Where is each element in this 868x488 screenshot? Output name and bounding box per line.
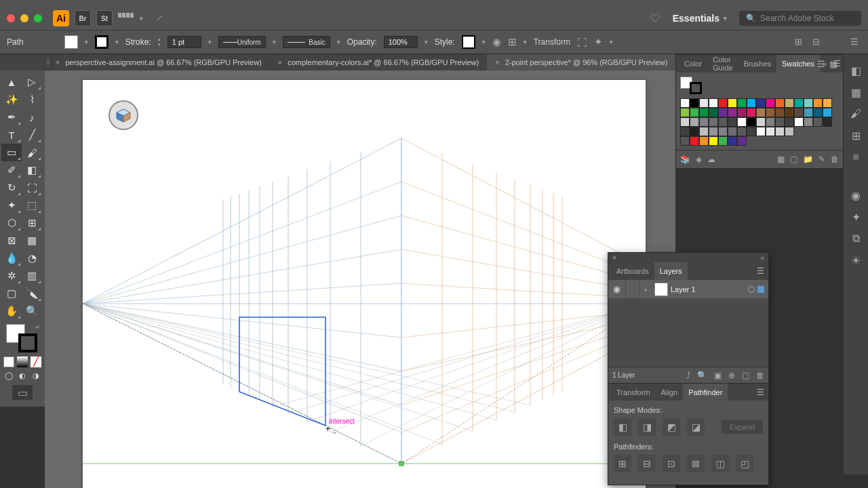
isolate-icon[interactable]: ⛶ <box>577 37 587 48</box>
close-icon[interactable]: × <box>612 253 616 262</box>
layer-name[interactable]: Layer 1 <box>671 285 696 293</box>
swatch[interactable] <box>785 108 794 117</box>
document-tab-0[interactable]: × persperctive-assignment.ai @ 66.67% (R… <box>47 54 270 70</box>
workspace-switcher[interactable]: Essentials ▾ <box>673 13 727 24</box>
fill-dropdown[interactable]: ▾ <box>85 39 88 45</box>
align-icon[interactable]: ⊞ <box>508 36 517 48</box>
snap-to-pixel-icon[interactable]: ⊞ <box>795 37 806 47</box>
close-icon[interactable]: × <box>495 58 499 66</box>
tab-layers[interactable]: Layers <box>654 262 688 280</box>
visibility-toggle[interactable]: ◉ <box>608 280 626 298</box>
swatch[interactable] <box>785 98 794 108</box>
transform-link[interactable]: Transform <box>534 37 570 47</box>
lock-toggle[interactable] <box>626 280 639 298</box>
swatch[interactable] <box>775 127 785 136</box>
tab-brushes[interactable]: Brushes <box>738 55 776 73</box>
type-tool[interactable]: T <box>1 126 22 144</box>
align-to-pixel-icon[interactable]: ⊟ <box>812 37 823 47</box>
discover-icon[interactable]: ♡ <box>650 11 660 26</box>
swatch[interactable] <box>775 98 785 108</box>
collapse-icon[interactable]: « <box>760 254 764 262</box>
color-mode-none[interactable]: ╱ <box>31 357 41 367</box>
delete-layer-icon[interactable]: 🗑 <box>756 371 764 380</box>
new-sublayer-icon[interactable]: ⊕ <box>728 371 735 380</box>
variable-width-profile[interactable]: Uniform <box>218 36 266 48</box>
tab-swatches[interactable]: Swatches <box>776 55 820 73</box>
target-icon[interactable] <box>748 286 755 293</box>
rotate-tool[interactable]: ↻ <box>1 179 22 197</box>
zoom-tool[interactable]: 🔍 <box>22 302 42 320</box>
panel-menu-icon[interactable]: ☰ <box>753 388 768 397</box>
swatch[interactable] <box>756 127 766 136</box>
gpu-performance-icon[interactable]: ⟋ <box>154 12 165 24</box>
swatch[interactable] <box>766 117 775 127</box>
fill-swatch[interactable] <box>64 35 78 49</box>
panel-menu-icon[interactable]: ☰ <box>850 37 861 47</box>
swatch[interactable] <box>699 117 709 127</box>
stroke-panel-icon[interactable]: ≡ <box>844 146 868 168</box>
gradient-tool[interactable]: ▦ <box>22 232 42 249</box>
swatch[interactable] <box>680 127 690 136</box>
swatch[interactable] <box>747 98 756 108</box>
expand-button[interactable]: Expand <box>722 420 763 434</box>
swatch-fill-stroke[interactable] <box>680 77 702 94</box>
swatch[interactable] <box>718 127 728 136</box>
swatch-options-icon[interactable]: ☁ <box>707 155 715 164</box>
swatch[interactable] <box>766 127 775 136</box>
tab-color[interactable]: Color <box>679 55 707 73</box>
outline-button[interactable]: ◫ <box>711 455 729 472</box>
panel-menu-icon[interactable]: ☰ <box>753 266 768 276</box>
minus-front-button[interactable]: ◨ <box>638 418 656 436</box>
swatch[interactable] <box>823 108 832 117</box>
swatch[interactable] <box>737 98 747 108</box>
trim-button[interactable]: ⊟ <box>638 455 656 472</box>
new-layer-icon[interactable]: ▢ <box>742 371 749 380</box>
swatch[interactable] <box>804 108 813 117</box>
swatch[interactable] <box>690 127 699 136</box>
swatch[interactable] <box>680 117 690 127</box>
swatch[interactable] <box>709 117 718 127</box>
swatch[interactable] <box>699 136 709 146</box>
swatch[interactable] <box>690 136 699 146</box>
eyedropper-tool[interactable]: 💧 <box>1 249 22 267</box>
swatch[interactable] <box>823 117 832 127</box>
properties-icon[interactable]: ◧ <box>844 60 868 81</box>
eraser-tool[interactable]: ◧ <box>22 161 42 179</box>
brush-definition[interactable]: Basic <box>283 36 330 48</box>
stroke-weight-down[interactable]: ▾ <box>158 42 161 47</box>
css-properties-icon[interactable]: ☀ <box>844 249 868 271</box>
fill-stroke-indicator[interactable]: ⤾ <box>6 324 39 352</box>
symbols-icon[interactable]: ⊞ <box>844 125 868 146</box>
close-icon[interactable]: × <box>56 58 60 66</box>
libraries-icon[interactable]: ▦ <box>844 81 868 103</box>
scale-tool[interactable]: ⛶ <box>22 179 42 197</box>
window-zoom[interactable] <box>34 14 42 22</box>
locate-layer-icon[interactable]: 🔍 <box>697 371 707 380</box>
free-transform-tool[interactable]: ⬚ <box>22 197 42 214</box>
artboard-tool[interactable]: ▢ <box>1 285 22 302</box>
swatch[interactable] <box>699 98 709 108</box>
swatch[interactable] <box>794 108 804 117</box>
arrange-documents-icon[interactable] <box>118 13 134 24</box>
curvature-tool[interactable]: ♪ <box>22 108 42 126</box>
swatch[interactable] <box>709 127 718 136</box>
swatch[interactable] <box>747 108 756 117</box>
stock-icon[interactable]: St <box>96 10 113 26</box>
slice-tool[interactable]: 🔪 <box>22 285 42 302</box>
swatch[interactable] <box>718 108 728 117</box>
line-segment-tool[interactable]: ╱ <box>22 126 42 144</box>
tab-transform[interactable]: Transform <box>611 384 656 401</box>
select-similar-icon[interactable]: ✦ <box>594 36 603 48</box>
folder-icon[interactable]: 📁 <box>803 155 813 164</box>
rectangle-tool[interactable]: ▭ <box>1 144 22 161</box>
swatch[interactable] <box>756 117 766 127</box>
swatch[interactable] <box>785 117 794 127</box>
draw-behind[interactable]: ◐ <box>17 370 28 381</box>
layer-row[interactable]: ◉ › Layer 1 <box>608 280 768 299</box>
pen-tool[interactable]: ✒ <box>1 108 22 126</box>
document-tab-1[interactable]: × complementary-colors.ai* @ 66.67% (RGB… <box>270 54 487 70</box>
canvas[interactable]: intersect +↔ <box>45 70 675 488</box>
search-stock-input[interactable]: 🔍 Search Adobe Stock <box>739 11 861 26</box>
swatch[interactable] <box>709 108 718 117</box>
swatch[interactable] <box>728 136 737 146</box>
